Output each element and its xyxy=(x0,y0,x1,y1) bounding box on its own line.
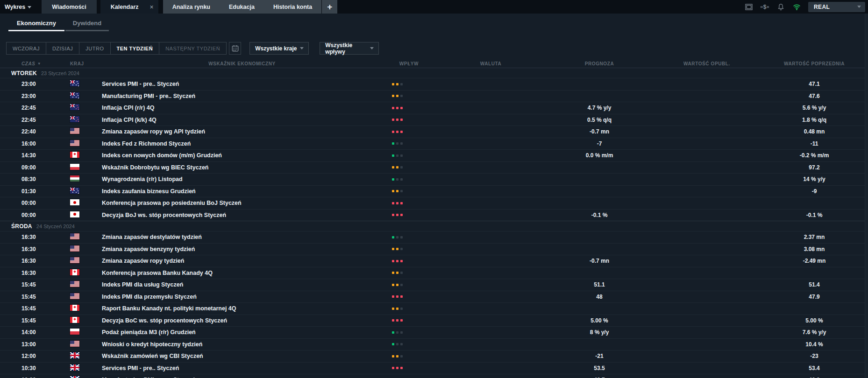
table-row[interactable]: 13:00Wnioski o kredyt hipoteczny tydzień… xyxy=(0,338,868,350)
impact-dot xyxy=(400,319,403,322)
impact-dot xyxy=(396,83,398,85)
bell-icon[interactable] xyxy=(776,3,785,11)
event-forecast: 5.00 % xyxy=(546,317,653,324)
tomorrow-button[interactable]: JUTRO xyxy=(79,42,110,54)
tab-dividend[interactable]: Dywidend xyxy=(65,20,109,31)
country-filter-select[interactable]: Wszystkie kraje xyxy=(249,42,309,55)
tab-news[interactable]: Wiadomości xyxy=(42,0,97,14)
table-row[interactable]: 22:40Zmiana zapasów ropy wg API tydzień-… xyxy=(0,126,868,138)
impact-indicator xyxy=(382,131,436,133)
tab-calendar[interactable]: Kalendarz × xyxy=(100,0,158,14)
impact-dot xyxy=(400,178,403,181)
tab-education[interactable]: Edukacja xyxy=(220,0,264,14)
table-row[interactable]: 16:30Zmiana zapasów benzyny tydzień3.08 … xyxy=(0,243,868,255)
impact-dot xyxy=(392,190,394,192)
tab-market-analysis[interactable]: Analiza rynku xyxy=(163,0,220,14)
section-day-label: ŚRODA xyxy=(11,223,32,230)
impact-dot xyxy=(396,119,398,121)
impact-dot xyxy=(400,272,403,274)
flag-cell xyxy=(70,257,102,265)
date-range-buttons: WCZORAJ DZISIAJ JUTRO TEN TYDZIEŃ NASTĘP… xyxy=(6,42,227,55)
event-time: 16:30 xyxy=(21,270,70,276)
event-previous: 1.8 % q/q xyxy=(761,117,868,123)
account-type-select[interactable]: REAL xyxy=(808,2,865,12)
add-tab-button[interactable]: + xyxy=(321,0,337,14)
us-flag-icon xyxy=(70,245,79,252)
event-indicator: Wynagrodzenia (r/r) Listopad xyxy=(102,176,382,182)
us-flag-icon xyxy=(70,233,79,239)
impact-dot xyxy=(400,355,403,357)
impact-indicator xyxy=(382,107,436,109)
flag-cell xyxy=(70,175,102,183)
table-row[interactable]: 08:30Wynagrodzenia (r/r) Listopad14 % y/… xyxy=(0,173,868,185)
table-row[interactable]: 15:45Decyzja BoC ws. stóp procentowych S… xyxy=(0,315,868,327)
event-indicator: Raport Banku Kanady nt. polityki monetar… xyxy=(102,305,382,312)
impact-indicator xyxy=(382,355,436,357)
event-indicator: Indeks PMI dla przemysłu Styczeń xyxy=(102,294,382,300)
table-row[interactable]: 22:45Inflacja CPI (k/k) 4Q0.5 % q/q1.8 %… xyxy=(0,114,868,126)
column-time[interactable]: CZAS ▼ xyxy=(21,61,70,66)
table-row[interactable]: 16:30Zmiana zapasów ropy tydzień-0.7 mn-… xyxy=(0,255,868,267)
wifi-status-icon xyxy=(792,3,801,11)
impact-dot xyxy=(396,131,398,133)
event-time: 14:30 xyxy=(21,152,70,159)
impact-dot xyxy=(400,343,403,345)
table-row[interactable]: 00:00Decyzja BoJ ws. stóp procentowych S… xyxy=(0,209,868,221)
table-row[interactable]: 23:00Manufacturing PMI - pre.. Styczeń47… xyxy=(0,90,868,102)
impact-dot xyxy=(392,295,394,298)
table-row[interactable]: 22:45Inflacja CPI (r/r) 4Q4.7 % y/y5.6 %… xyxy=(0,102,868,114)
impact-dot xyxy=(396,214,398,216)
impact-filter-select[interactable]: Wszystkie wpływy xyxy=(320,42,379,55)
table-row[interactable]: 23:00Services PMI - pre.. Styczeń47.1 xyxy=(0,78,868,90)
event-indicator: Zmiana zapasów benzyny tydzień xyxy=(102,246,382,252)
impact-indicator xyxy=(382,166,436,168)
event-time: 12:00 xyxy=(21,353,70,359)
table-row[interactable]: 15:45Indeks PMI dla usług Styczeń51.151.… xyxy=(0,279,868,291)
event-previous: -9 xyxy=(761,188,868,195)
event-previous: -11 xyxy=(761,140,868,147)
impact-dot xyxy=(400,142,403,145)
table-row[interactable]: 16:30Konferencja prasowa Banku Kanady 4Q xyxy=(0,267,868,279)
calendar-picker-button[interactable] xyxy=(229,42,241,55)
flag-cell xyxy=(70,341,102,348)
us-flag-icon xyxy=(70,140,79,146)
table-row[interactable]: 09:00Wskaźnik Dobrobytu wg BIEC Styczeń9… xyxy=(0,161,868,174)
tab-economic[interactable]: Ekonomiczny xyxy=(8,20,64,31)
impact-dot xyxy=(392,308,394,310)
event-indicator: Wskaźnik zamówień wg CBI Styczeń xyxy=(102,353,382,359)
next-week-button[interactable]: NASTĘPNY TYDZIEŃ xyxy=(159,42,226,54)
event-time: 00:00 xyxy=(21,212,70,218)
table-row[interactable]: 12:00Wskaźnik zamówień wg CBI Styczeń-21… xyxy=(0,350,868,362)
table-row[interactable]: 16:30Zmiana zapasów destylatów tydzień2.… xyxy=(0,231,868,243)
table-row[interactable]: 00:00Konferencja prasowa po posiedzeniu … xyxy=(0,197,868,209)
impact-dot xyxy=(392,214,394,216)
table-row[interactable]: 10:30Manufacturing PMI - pre.. Styczeń46… xyxy=(0,374,868,378)
today-button[interactable]: DZISIAJ xyxy=(46,42,79,54)
table-row[interactable]: 15:45Raport Banku Kanady nt. polityki mo… xyxy=(0,302,868,315)
chart-menu[interactable]: Wykres xyxy=(0,0,38,14)
svg-text:$: $ xyxy=(763,4,767,10)
event-indicator: Konferencja prasowa Banku Kanady 4Q xyxy=(102,270,382,276)
currency-quotes-icon[interactable]: $ xyxy=(761,3,769,11)
event-time: 00:00 xyxy=(21,200,70,206)
impact-dot xyxy=(400,260,403,262)
impact-indicator xyxy=(382,83,436,85)
vertical-scrollbar[interactable] xyxy=(865,14,868,378)
tab-account-history[interactable]: Historia konta xyxy=(264,0,321,14)
table-row[interactable]: 16:00Indeks Fed z Richmond Styczeń-7-11 xyxy=(0,138,868,150)
this-week-button[interactable]: TEN TYDZIEŃ xyxy=(111,42,160,54)
yesterday-button[interactable]: WCZORAJ xyxy=(7,42,46,54)
event-forecast: -0.7 mn xyxy=(546,128,653,135)
table-row[interactable]: 10:30Services PMI - pre.. Styczeń53.553.… xyxy=(0,362,868,374)
table-row[interactable]: 14:00Podaż pieniądza M3 (r/r) Grudzień8 … xyxy=(0,326,868,338)
table-row[interactable]: 15:45Indeks PMI dla przemysłu Styczeń484… xyxy=(0,291,868,303)
impact-dot xyxy=(396,260,398,262)
table-row[interactable]: 14:30Indeks cen nowych domów (m/m) Grudz… xyxy=(0,149,868,161)
close-icon[interactable]: × xyxy=(150,3,154,11)
impact-dot xyxy=(396,236,398,238)
event-time: 09:00 xyxy=(21,164,70,171)
table-row[interactable]: 01:30Indeks zaufania biznesu Grudzień-9 xyxy=(0,185,868,197)
event-previous: 0.48 mn xyxy=(761,128,868,135)
column-currency: WALUTA xyxy=(436,61,546,66)
window-layout-icon[interactable] xyxy=(745,3,753,11)
